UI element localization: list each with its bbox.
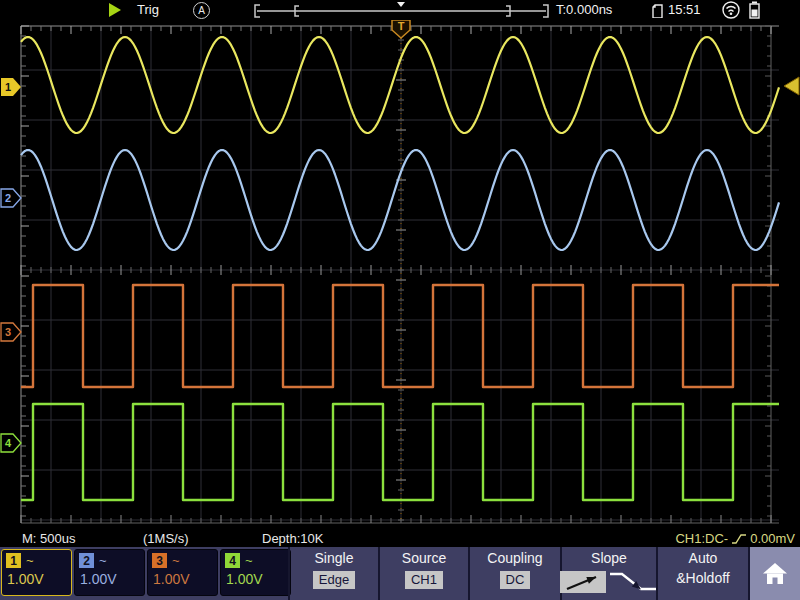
falling-slope-icon[interactable] — [608, 569, 658, 595]
auto-trigger-badge: A — [193, 2, 210, 19]
run-play-icon[interactable] — [108, 2, 122, 18]
timebase-readout: M: 500us — [22, 530, 75, 547]
single-label: Single — [315, 550, 354, 566]
menu-coupling-button[interactable]: Coupling DC — [468, 547, 560, 600]
channel-4-box[interactable]: 4 ~ 1.00V — [220, 549, 291, 596]
channel-3-box[interactable]: 3 ~ 1.00V — [147, 549, 218, 596]
channel-3-badge: 3 — [152, 553, 167, 568]
slope-label: Slope — [591, 550, 627, 566]
channel-2-box[interactable]: 2 ~ 1.00V — [74, 549, 145, 596]
channel-4-scale: 1.00V — [226, 571, 290, 587]
svg-text:1: 1 — [5, 81, 11, 93]
unlock-icon[interactable] — [650, 2, 664, 18]
channel-1-position-marker[interactable]: 1 — [1, 78, 21, 96]
menu-single-button[interactable]: Single Edge — [288, 547, 378, 600]
trigger-time-readout: T:0.000ns — [556, 2, 612, 17]
trigger-level-text: 0.00mV — [750, 531, 795, 546]
wifi-icon[interactable] — [722, 1, 740, 19]
menu-auto-holdoff-button[interactable]: Auto &Holdoff — [656, 547, 748, 600]
sample-rate-readout: (1MS/s) — [143, 530, 189, 547]
top-bar: Trig A T:0.000ns 15:51 — [0, 0, 800, 20]
channel-3-scale: 1.00V — [153, 571, 217, 587]
trigger-readout: CH1:DC- 0.00mV — [675, 530, 795, 547]
trigger-level-marker[interactable] — [784, 77, 799, 95]
status-bar: M: 500us (1MS/s) Depth:10K CH1:DC- 0.00m… — [0, 530, 800, 547]
coupling-value: DC — [500, 571, 531, 589]
bottom-menu: 1 ~ 1.00V 2 ~ 1.00V 3 ~ 1.00V 4 ~ 1.00V — [0, 547, 800, 600]
depth-readout: Depth:10K — [262, 530, 323, 547]
channel-3-position-marker[interactable]: 3 — [1, 323, 21, 341]
single-value: Edge — [313, 571, 355, 589]
clock: 15:51 — [668, 2, 701, 17]
horizontal-position-bar[interactable] — [250, 1, 556, 19]
channel-2-badge: 2 — [79, 553, 94, 568]
channel-4-badge: 4 — [225, 553, 240, 568]
channel-2-coupling: ~ — [99, 553, 107, 568]
trig-status-label: Trig — [137, 2, 159, 17]
channel-1-badge: 1 — [6, 553, 21, 568]
rising-edge-icon — [731, 533, 747, 545]
source-value: CH1 — [405, 571, 443, 589]
trigger-source-text: CH1:DC- — [675, 531, 728, 546]
channel-2-position-marker[interactable]: 2 — [1, 189, 21, 207]
battery-icon — [748, 1, 761, 19]
menu-slope-button[interactable]: Slope — [560, 547, 656, 600]
svg-text:4: 4 — [5, 437, 12, 449]
channel-1-box[interactable]: 1 ~ 1.00V — [1, 549, 72, 596]
svg-text:2: 2 — [5, 192, 11, 204]
trigger-position-marker[interactable]: T — [392, 20, 410, 38]
coupling-label: Coupling — [487, 550, 542, 566]
channel-4-coupling: ~ — [245, 553, 253, 568]
holdoff-label: &Holdoff — [676, 570, 729, 586]
home-button[interactable] — [748, 547, 800, 600]
menu-source-button[interactable]: Source CH1 — [378, 547, 468, 600]
oscilloscope-screen: Trig A T:0.000ns 15:51 1234T — [0, 0, 800, 600]
ch1-trace — [21, 37, 779, 133]
svg-text:T: T — [398, 20, 405, 32]
source-label: Source — [402, 550, 446, 566]
channel-1-scale: 1.00V — [7, 571, 71, 587]
ch4-trace — [21, 404, 779, 500]
waveform-display: 1234T — [0, 20, 800, 530]
window-position-caret — [397, 2, 405, 7]
channel-2-scale: 1.00V — [80, 571, 144, 587]
svg-text:3: 3 — [5, 326, 11, 338]
home-icon — [762, 562, 788, 585]
auto-label: Auto — [689, 550, 718, 566]
channel-3-coupling: ~ — [172, 553, 180, 568]
rising-slope-icon[interactable] — [560, 571, 606, 593]
channel-1-coupling: ~ — [26, 553, 34, 568]
channel-4-position-marker[interactable]: 4 — [1, 434, 21, 452]
